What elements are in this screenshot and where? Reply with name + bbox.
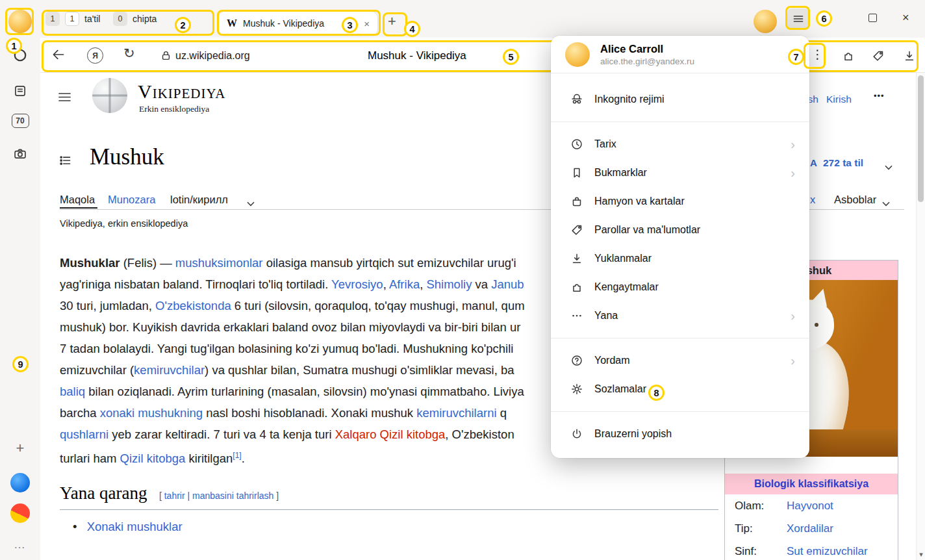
see-also-link[interactable]: Xonaki mushuklar: [87, 520, 183, 533]
wiki-link[interactable]: xonaki mushukning: [100, 406, 203, 420]
header-more-button[interactable]: •••: [874, 91, 885, 101]
wiki-link[interactable]: kemiruvchilar: [134, 363, 205, 377]
infobox-value-link[interactable]: Sut emizuvchilar: [787, 545, 868, 558]
wiki-redlink[interactable]: Xalqaro Qizil kitobga: [335, 427, 446, 441]
tools-partial[interactable]: x: [810, 194, 815, 206]
ellipsis-icon: [570, 309, 583, 322]
camera-icon: [13, 147, 27, 161]
login-link[interactable]: Kirish: [826, 94, 852, 105]
tab-talk[interactable]: Munozara: [108, 194, 155, 206]
edit-link[interactable]: tahrir: [164, 490, 185, 501]
tab-tatil[interactable]: ta'til: [84, 14, 100, 24]
tab-chipta[interactable]: chipta: [133, 14, 157, 24]
wallet-icon: [570, 195, 583, 208]
wikipedia-logo[interactable]: [92, 78, 127, 113]
hamburger-icon: [792, 12, 805, 25]
tab-badge[interactable]: 0: [113, 12, 127, 26]
tab-group-badge[interactable]: 1: [45, 12, 60, 26]
extensions-button[interactable]: [842, 49, 855, 65]
reference-link[interactable]: [1]: [233, 451, 241, 460]
callout-7: 7: [788, 49, 804, 65]
infobox-value-link[interactable]: Hayvonot: [787, 500, 833, 513]
kebab-menu-button[interactable]: ⋮: [811, 47, 824, 62]
scroll-down-icon[interactable]: ▾: [917, 550, 925, 559]
infobox-value-link[interactable]: Xordalilar: [787, 522, 833, 535]
menu-item-quit[interactable]: Brauzerni yopish: [551, 420, 809, 448]
profile-avatar[interactable]: [754, 10, 777, 33]
back-button[interactable]: [51, 47, 66, 65]
panels-button[interactable]: [8, 79, 32, 103]
list-item: • Xonaki mushuklar: [73, 520, 183, 534]
wiki-link[interactable]: O'zbekistonda: [155, 299, 231, 312]
tab-badge[interactable]: 1: [65, 12, 79, 26]
sidebar-add-button[interactable]: +: [8, 437, 32, 460]
reload-button[interactable]: ↻: [123, 45, 135, 61]
article-text: yag'riniga nisbatan baland. Tirnoqlari t…: [60, 277, 331, 291]
browser-menu-button[interactable]: [787, 8, 809, 29]
infobox-section-title[interactable]: Biologik klassifikatsiya: [725, 474, 898, 494]
menu-item-extensions[interactable]: Kengaytmalar: [551, 273, 809, 301]
language-count-button[interactable]: 272 ta til: [823, 157, 863, 169]
addressbar-page-title[interactable]: Mushuk - Vikipediya: [368, 49, 466, 62]
wiki-link[interactable]: mushuksimonlar: [175, 256, 263, 270]
tab-count-badge: 70: [12, 114, 29, 128]
wiki-link[interactable]: qushlarni: [60, 427, 108, 441]
passwords-button[interactable]: [872, 49, 885, 65]
tab-article[interactable]: Maqola: [60, 194, 95, 206]
active-tab-underline: [60, 207, 97, 209]
article-text: ,: [420, 277, 426, 291]
wiki-link[interactable]: Shimoliy: [426, 277, 472, 291]
menu-account-header[interactable]: Alice Carroll alice.the.girl@yandex.ru: [551, 36, 809, 73]
new-tab-button[interactable]: +: [388, 14, 396, 29]
list-icon: [58, 153, 73, 168]
tab-variant[interactable]: lotin/кирилл: [170, 194, 228, 206]
yandex-app-logo[interactable]: [8, 502, 32, 525]
downloads-button[interactable]: [903, 49, 916, 65]
see-also-heading: Yana qarang: [60, 483, 147, 503]
article-text: kiritilgan: [185, 452, 233, 465]
article-text: q: [497, 406, 507, 420]
url-text[interactable]: uz.wikipedia.org: [175, 50, 250, 62]
wiki-link[interactable]: baliq: [60, 385, 85, 398]
profile-avatar[interactable]: [8, 10, 32, 33]
menu-item-wallet[interactable]: Hamyon va kartalar: [551, 187, 809, 216]
tab-counter[interactable]: 70: [8, 109, 32, 133]
menu-item-settings[interactable]: Sozlamalar: [551, 375, 809, 403]
close-button[interactable]: ×: [902, 11, 909, 25]
scrollbar-thumb[interactable]: [918, 75, 924, 202]
menu-item-more[interactable]: Yana›: [551, 301, 809, 330]
menu-item-downloads[interactable]: Yuklanmalar: [551, 244, 809, 273]
wiki-link[interactable]: Yevrosiyo: [331, 277, 383, 291]
screenshot-button[interactable]: [8, 142, 32, 166]
menu-item-bookmarks[interactable]: Bukmarklar›: [551, 159, 809, 187]
infobox-row: Sinf: Sut emizuvchilar: [725, 540, 898, 560]
wiki-link[interactable]: Qizil kitobga: [120, 452, 186, 465]
yandex-browser-logo[interactable]: [8, 471, 32, 494]
menu-item-help[interactable]: Yordam›: [551, 346, 809, 375]
yandex-icon: Я: [92, 51, 98, 60]
site-name[interactable]: Vikipediya: [138, 82, 226, 101]
menu-item-passwords[interactable]: Parollar va ma'lumotlar: [551, 216, 809, 244]
callout-9: 9: [12, 356, 29, 372]
contents-button[interactable]: [58, 153, 73, 170]
tab-close-icon[interactable]: ×: [364, 18, 370, 29]
download-icon: [903, 49, 916, 62]
tools-button[interactable]: Asboblar: [834, 194, 876, 206]
wiki-link[interactable]: Janub: [491, 277, 524, 291]
puzzle-icon: [842, 49, 855, 62]
edit-source-link[interactable]: manbasini tahrirlash: [192, 490, 273, 501]
article-text: (Felis) —: [120, 256, 175, 270]
sidebar-more-button[interactable]: …: [8, 533, 32, 556]
menu-item-history[interactable]: Tarix›: [551, 130, 809, 159]
yandex-search-button[interactable]: Я: [87, 47, 103, 64]
wiki-link[interactable]: kemiruvchilarni: [416, 406, 496, 420]
account-name: Alice Carroll: [600, 43, 694, 55]
maximize-button[interactable]: [868, 14, 877, 22]
article-text: , O'zbekiston: [445, 427, 514, 441]
article-text: mushuk) bor. Kuyikish davrida erkaklari …: [60, 320, 521, 334]
wiki-menu-button[interactable]: [57, 90, 72, 107]
secure-lock-icon[interactable]: [160, 49, 172, 64]
wiki-link[interactable]: Afrika: [389, 277, 420, 291]
menu-item-incognito[interactable]: Inkognito rejimi: [551, 85, 809, 114]
menu-divider: [551, 411, 809, 412]
